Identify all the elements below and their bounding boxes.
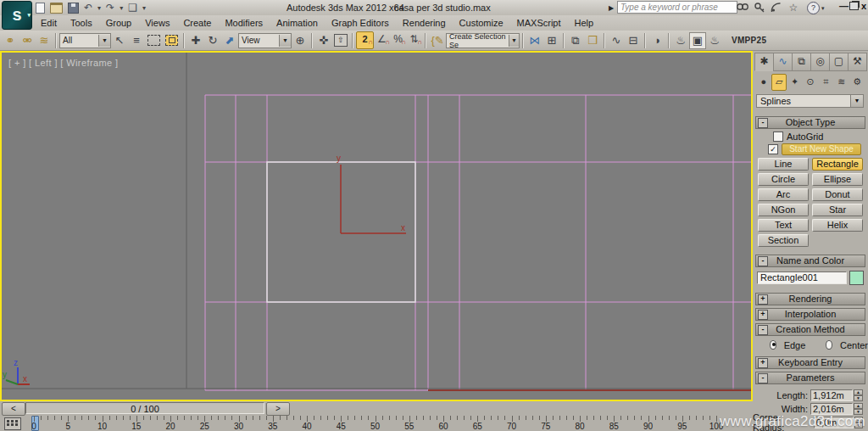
- spinner-up-icon[interactable]: ▲: [854, 389, 863, 395]
- curve-editor-icon[interactable]: ∿: [608, 32, 625, 49]
- length-spinner[interactable]: ▲▼: [854, 389, 863, 401]
- subtab-geometry[interactable]: ●: [756, 74, 771, 91]
- keyboard-shortcut-override-icon[interactable]: ⇧: [334, 34, 348, 47]
- scene-explorer-icon[interactable]: ❒: [584, 32, 601, 49]
- subtab-shapes[interactable]: ▱: [771, 74, 786, 91]
- favorites-star-icon[interactable]: ☆: [787, 2, 800, 14]
- window-close-button[interactable]: x: [861, 1, 866, 11]
- viewport-canvas[interactable]: yxzyx: [2, 53, 751, 400]
- expand-icon[interactable]: +: [758, 294, 768, 305]
- tab-hierarchy[interactable]: ⧉: [792, 53, 811, 71]
- menu-edit[interactable]: Edit: [34, 15, 64, 31]
- align-icon[interactable]: ⊞: [543, 32, 560, 49]
- collapse-icon[interactable]: -: [758, 118, 768, 128]
- select-by-name-icon[interactable]: ≡: [128, 32, 145, 49]
- line-button[interactable]: Line: [758, 158, 809, 171]
- menu-customize[interactable]: Customize: [453, 15, 510, 31]
- ngon-button[interactable]: NGon: [758, 204, 809, 216]
- mirror-icon[interactable]: ⋈: [526, 32, 543, 49]
- menu-animation[interactable]: Animation: [270, 15, 325, 31]
- shape-category-dropdown[interactable]: Splines▼: [756, 94, 864, 108]
- open-file-icon[interactable]: [50, 3, 63, 14]
- collapse-icon[interactable]: -: [758, 325, 768, 335]
- rollout-rendering[interactable]: +Rendering: [755, 293, 865, 305]
- subtab-helpers[interactable]: ⌗: [819, 74, 833, 91]
- rectangular-selection-region-icon[interactable]: [147, 35, 160, 46]
- spinner-snap-toggle-icon[interactable]: ⇅∩: [406, 32, 422, 48]
- dropdown-arrow-icon[interactable]: ▼: [98, 35, 110, 47]
- layer-manager-icon[interactable]: ⧉: [567, 32, 584, 49]
- dropdown-arrow-icon[interactable]: ▼: [850, 95, 863, 107]
- menu-graph-editors[interactable]: Graph Editors: [325, 15, 396, 31]
- menu-create[interactable]: Create: [176, 15, 218, 31]
- timeline-ruler[interactable]: 0510152025303540455055606570758085909510…: [0, 416, 753, 431]
- undo-icon[interactable]: ↶: [84, 2, 92, 14]
- donut-button[interactable]: Donut: [812, 188, 863, 201]
- window-restore-button[interactable]: [849, 2, 859, 10]
- qat-options-caret-icon[interactable]: ▾: [142, 4, 146, 12]
- dropdown-arrow-icon[interactable]: ▼: [509, 35, 519, 47]
- rollout-name-and-color[interactable]: -Name and Color: [755, 255, 865, 267]
- bind-to-space-warp-icon[interactable]: ≋: [36, 32, 53, 49]
- select-object-icon[interactable]: ↖: [111, 32, 128, 49]
- tab-motion[interactable]: ◎: [810, 53, 830, 71]
- section-button[interactable]: Section: [758, 234, 809, 247]
- select-and-link-icon[interactable]: ⚭: [2, 32, 19, 49]
- object-color-swatch[interactable]: [849, 271, 864, 285]
- unlink-selection-icon[interactable]: ⚮: [19, 32, 36, 49]
- rendered-frame-window-icon[interactable]: ▣: [689, 32, 706, 49]
- viewport-left-wireframe[interactable]: yxzyx [ + ] [ Left ] [ Wireframe ]: [0, 51, 753, 401]
- tab-display[interactable]: ▢: [829, 53, 849, 71]
- window-crossing-toggle-icon[interactable]: [165, 35, 178, 46]
- search-icon[interactable]: [736, 2, 749, 14]
- object-name-field[interactable]: Rectangle001: [757, 271, 847, 284]
- menu-modifiers[interactable]: Modifiers: [218, 15, 270, 31]
- dropdown-arrow-icon[interactable]: ▼: [279, 35, 291, 47]
- mini-curve-editor-button[interactable]: [4, 417, 21, 430]
- frame-indicator[interactable]: 0 / 100: [25, 402, 264, 414]
- star-button[interactable]: Star: [812, 204, 863, 216]
- save-file-icon[interactable]: [68, 3, 79, 14]
- subscription-key-icon[interactable]: [753, 2, 766, 14]
- window-minimize-button[interactable]: —: [839, 1, 849, 11]
- expand-icon[interactable]: +: [758, 310, 768, 320]
- next-frame-button[interactable]: >: [266, 402, 290, 416]
- subtab-lights[interactable]: ✦: [787, 74, 802, 91]
- subtab-cameras[interactable]: ⊙: [803, 74, 817, 91]
- undo-caret-icon[interactable]: ▾: [97, 4, 101, 12]
- select-and-rotate-icon[interactable]: ↻: [204, 32, 221, 49]
- menu-help[interactable]: Help: [568, 15, 601, 31]
- tab-modify[interactable]: ∿: [773, 53, 793, 71]
- previous-frame-button[interactable]: <: [2, 402, 25, 416]
- search-input[interactable]: Type a keyword or phrase: [617, 1, 737, 14]
- circle-button[interactable]: Circle: [758, 173, 809, 186]
- rollout-parameters[interactable]: -Parameters: [755, 372, 865, 384]
- use-pivot-point-center-icon[interactable]: ⊕: [292, 32, 309, 49]
- selection-filter-dropdown[interactable]: All▼: [59, 33, 111, 48]
- rollout-interpolation[interactable]: +Interpolation: [755, 308, 865, 321]
- menu-maxscript[interactable]: MAXScript: [510, 15, 568, 31]
- menu-group[interactable]: Group: [99, 15, 139, 31]
- help-caret-icon[interactable]: ▾: [821, 5, 825, 12]
- collapse-icon[interactable]: -: [758, 256, 768, 266]
- redo-caret-icon[interactable]: ▾: [120, 4, 123, 12]
- edge-radio[interactable]: [770, 340, 776, 350]
- rollout-keyboard-entry[interactable]: +Keyboard Entry: [755, 356, 865, 369]
- edit-named-selection-sets-icon[interactable]: {✎: [429, 32, 446, 49]
- text-button[interactable]: Text: [758, 219, 809, 232]
- ellipse-button[interactable]: Ellipse: [812, 173, 863, 186]
- start-new-shape-checkbox[interactable]: ✓: [768, 144, 778, 154]
- select-and-move-icon[interactable]: ✚: [187, 32, 204, 49]
- tab-utilities[interactable]: ⚒: [848, 53, 867, 71]
- collapse-icon[interactable]: -: [758, 373, 768, 383]
- redo-icon[interactable]: ↷: [106, 2, 114, 14]
- menu-rendering[interactable]: Rendering: [396, 15, 453, 31]
- helix-button[interactable]: Helix: [812, 219, 863, 232]
- viewport-label[interactable]: [ + ] [ Left ] [ Wireframe ]: [8, 58, 118, 68]
- tab-create[interactable]: ✱: [754, 53, 774, 71]
- select-and-scale-icon[interactable]: ⬈: [221, 32, 238, 49]
- reference-coordinate-system-dropdown[interactable]: View▼: [238, 33, 292, 48]
- angle-snap-toggle-icon[interactable]: ∠∩: [374, 32, 390, 48]
- length-field[interactable]: 1,912m: [810, 389, 853, 401]
- new-file-icon[interactable]: [36, 3, 45, 14]
